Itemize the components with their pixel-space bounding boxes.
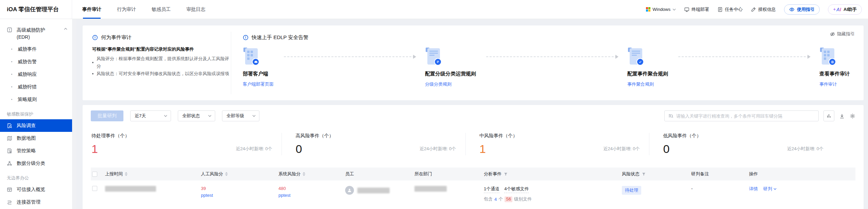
tab-approval-log[interactable]: 审批日志: [186, 0, 205, 19]
terminal-deploy-button[interactable]: 终端部署: [684, 6, 709, 13]
settings-button[interactable]: [850, 113, 855, 119]
level-filter-select[interactable]: 全部等级: [222, 110, 259, 121]
events-panel: 批量研判 近7天 全部状态 全部等级: [83, 105, 864, 209]
search-icon: [668, 113, 674, 119]
sidebar-item-threat-hunting[interactable]: 威胁狩猎: [0, 81, 72, 93]
chart-view-button[interactable]: [823, 110, 834, 121]
chevron-down-icon: [164, 115, 167, 117]
sidebar-item-connector-management[interactable]: 连接器管理: [0, 196, 72, 208]
alert-box-icon: [7, 27, 12, 33]
usage-guide-label: 使用指引: [797, 6, 815, 13]
ai-logo-text: AI: [836, 7, 841, 12]
os-selector-label: Windows: [652, 7, 670, 12]
quickstart-card: 快速上手 EDLP 安全告警 部署客户端 客户端部署页面: [231, 25, 864, 100]
share-nodes-icon: [7, 161, 12, 166]
filter-funnel-icon[interactable]: [642, 172, 646, 176]
dashed-arrow-icon: [486, 56, 617, 57]
hide-guide-label: 隐藏指引: [837, 31, 855, 37]
table-row[interactable]: 39 pptest 480 pptest: [91, 180, 855, 202]
sort-report-time-button[interactable]: [125, 172, 127, 176]
system-score-rule-link[interactable]: pptest: [278, 193, 290, 198]
stat-delta: 近24小时新增: 0个: [236, 146, 272, 152]
stat-pending-events: 待处理事件（个） 1 近24小时新增: 0个: [91, 133, 282, 155]
sidebar-item-data-map[interactable]: 数据地图: [0, 132, 72, 144]
windows-logo-icon: [646, 7, 650, 12]
pen-icon: [751, 7, 756, 12]
top-bar-right: Windows 终端部署 任务中心 授权信息 使用指引: [646, 0, 868, 19]
sidebar-item-label: 风险调查: [17, 123, 36, 129]
sidebar-item-threat-response[interactable]: 威胁响应: [0, 68, 72, 81]
hide-guide-button[interactable]: 隐藏指引: [830, 31, 855, 37]
sidebar-item-policy-rules[interactable]: 策略规则: [0, 93, 72, 106]
stat-value: 1: [479, 142, 486, 155]
system-score-value: 480: [278, 186, 290, 191]
search-input[interactable]: [676, 114, 815, 119]
audit-view-illustration: [819, 48, 835, 65]
usage-guide-button[interactable]: 使用指引: [784, 4, 820, 15]
level-filter-value: 全部等级: [226, 113, 244, 119]
judge-note-value: -: [691, 186, 749, 191]
ai-assistant-button[interactable]: AI AI助手: [828, 4, 862, 15]
terminal-deploy-label: 终端部署: [692, 6, 709, 13]
app-logo[interactable]: iOA 零信任管理平台: [0, 0, 72, 19]
column-actions: 操作: [749, 171, 758, 177]
sidebar-item-threat-events[interactable]: 威胁事件: [0, 43, 72, 55]
ai-sparkle-icon: AI: [833, 7, 841, 12]
bullet-dot-icon: [11, 86, 12, 87]
sidebar-item-risk-investigation[interactable]: 风险调查: [0, 119, 72, 132]
sidebar-scrollbar[interactable]: [72, 19, 76, 209]
eye-off-icon: [830, 32, 835, 37]
sidebar-item-edr[interactable]: 高级威胁防护 (EDR): [0, 24, 72, 43]
classify-rules-link[interactable]: 分级分类规则: [425, 81, 452, 87]
column-staff: 员工: [345, 171, 354, 177]
license-info-button[interactable]: 授权信息: [751, 6, 776, 13]
step-aggregate-rules: 配置事件聚合规则 事件聚合规则: [627, 48, 668, 87]
task-center-label: 任务中心: [725, 6, 743, 13]
task-center-button[interactable]: 任务中心: [717, 6, 743, 13]
select-all-checkbox[interactable]: [92, 172, 97, 177]
sidebar-item-data-classification[interactable]: 数据分级分类: [0, 157, 72, 170]
person-icon: [347, 188, 352, 193]
bullet-dot-icon: [11, 74, 12, 75]
date-range-select[interactable]: 近7天: [130, 110, 171, 121]
sidebar-item-label: 威胁响应: [18, 71, 37, 77]
event-tag-channel[interactable]: 1个通道: [484, 186, 499, 193]
sort-system-score-button[interactable]: [303, 172, 305, 176]
connector-icon: [7, 199, 12, 205]
tab-sensitive-staff[interactable]: 敏感员工: [152, 0, 171, 19]
sidebar-item-trusted-access-overview[interactable]: 可信接入概览: [0, 183, 72, 196]
stat-label: 低风险事件（个）: [663, 133, 833, 139]
quickstart-steps: 部署客户端 客户端部署页面 配置分级分类运营规则 分级分类规则: [243, 48, 850, 87]
tab-event-audit[interactable]: 事件审计: [82, 0, 101, 19]
search-box: [664, 110, 819, 121]
chevron-up-icon: [64, 28, 67, 30]
audit-bullet: 风险评分：根据事件聚合规则配置，提供系统默认评分及人工风险评分: [92, 55, 231, 70]
row-checkbox[interactable]: [92, 186, 97, 191]
filter-funnel-icon[interactable]: [504, 172, 508, 176]
bullet-dot-icon: [11, 99, 12, 100]
redacted-report-time: [105, 186, 156, 192]
step-deploy-client: 部署客户端 客户端部署页面: [243, 48, 274, 87]
detail-action-link[interactable]: 详情: [749, 186, 758, 192]
bullet-dot-icon: [92, 62, 93, 63]
manual-score-rule-link[interactable]: pptest: [201, 193, 213, 198]
os-selector[interactable]: Windows: [646, 7, 676, 12]
status-filter-select[interactable]: 全部状态: [178, 110, 215, 121]
batch-judge-button[interactable]: 批量研判: [91, 110, 123, 121]
event-tag-sensitive-files[interactable]: 4个敏感文件: [504, 186, 529, 193]
sidebar-item-control-policy[interactable]: 管控策略: [0, 144, 72, 157]
sort-manual-score-button[interactable]: [225, 172, 228, 176]
download-button[interactable]: [839, 113, 845, 119]
column-analysis-events: 分析事件: [484, 171, 501, 177]
judge-action-dropdown[interactable]: 研判: [763, 186, 777, 192]
client-deploy-page-link[interactable]: 客户端部署页面: [243, 81, 274, 87]
chart-columns-icon: [826, 113, 832, 119]
event-audit-link[interactable]: 事件审计: [819, 81, 837, 87]
event-detail-count: 4: [494, 197, 497, 202]
tab-behavior-audit[interactable]: 行为审计: [117, 0, 136, 19]
aggregate-rules-link[interactable]: 事件聚合规则: [627, 81, 654, 87]
sidebar-item-threat-alerts[interactable]: 威胁告警: [0, 55, 72, 68]
chevron-down-icon: [208, 115, 211, 117]
sensitivity-level-badge: S6: [505, 196, 512, 202]
eye-icon: [789, 7, 795, 12]
